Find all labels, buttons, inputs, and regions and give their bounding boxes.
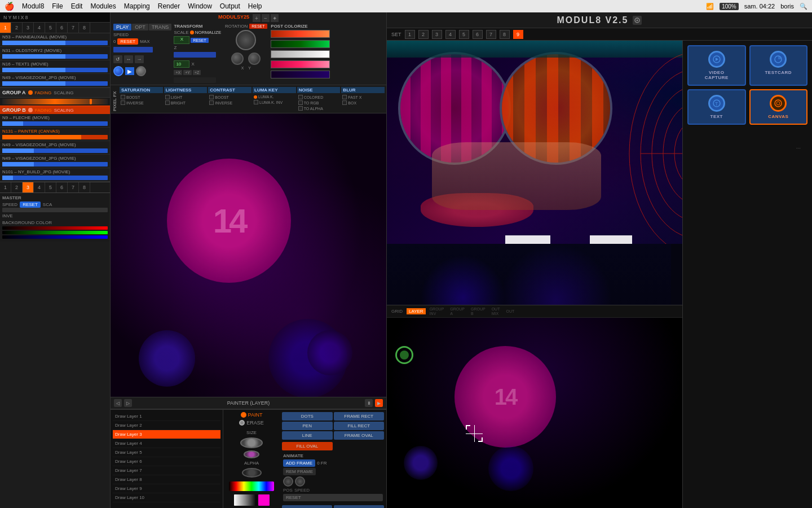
btab-6[interactable]: 6 [56, 182, 68, 192]
bw-palette[interactable] [234, 494, 257, 506]
rotation-z-reset[interactable]: RESET [249, 24, 267, 29]
colorize-bar-2[interactable] [271, 40, 330, 48]
play-knob[interactable] [113, 66, 123, 76]
alpha-knob[interactable] [242, 468, 262, 478]
bounce-btn[interactable]: ↔ [124, 55, 133, 63]
menu-search-icon[interactable]: 🔍 [800, 3, 807, 10]
tab-5[interactable]: 5 [45, 23, 56, 33]
scale-reset-btn[interactable]: RESET [191, 38, 208, 43]
layer-n53[interactable]: N53 – PANNEAUXALL (MOVIE) [0, 33, 110, 47]
light-check[interactable] [165, 95, 170, 99]
tab-2[interactable]: 2 [11, 23, 23, 33]
testcard-btn[interactable]: TESTCARD [749, 45, 808, 86]
paint-radio[interactable] [241, 412, 246, 418]
rem-frame-btn[interactable]: REM FRAME [283, 468, 316, 475]
pen-btn[interactable]: PEN [282, 422, 333, 430]
btab-5[interactable]: 5 [45, 182, 56, 192]
layer-n9[interactable]: N9 – FLECHE (MOVIE) [0, 114, 110, 128]
fading-label-a[interactable]: FADING [35, 90, 52, 95]
menu-output[interactable]: Output [220, 2, 240, 10]
group-a-slider[interactable] [2, 99, 108, 104]
noise-colored-check[interactable] [298, 95, 303, 99]
ltab-out[interactable]: OUT [504, 309, 517, 314]
btab-3[interactable]: 3 [23, 182, 34, 192]
fading-label-b[interactable]: FADING [35, 108, 52, 113]
prev-btn[interactable]: ◁ [114, 399, 122, 407]
menu-wifi-icon[interactable]: 📶 [706, 3, 714, 10]
rotation-knob[interactable] [236, 30, 256, 50]
tab-1[interactable]: 1 [0, 23, 11, 33]
menu-modul8[interactable]: Modul8 [22, 2, 44, 10]
speed-knob[interactable] [295, 476, 305, 487]
bg-red-slider[interactable] [2, 226, 108, 230]
speed-reset-btn[interactable]: RESET [117, 38, 138, 45]
knob-b[interactable] [136, 66, 146, 76]
ltab-grid[interactable]: GRID [389, 308, 405, 314]
menu-modules[interactable]: Modules [90, 2, 116, 10]
tab-4[interactable]: 4 [34, 23, 45, 33]
draw-layer-9[interactable]: Draw Layer 9 [113, 484, 220, 493]
canvas-btn[interactable]: CANVAS [749, 89, 808, 125]
colorize-bar-1[interactable] [271, 30, 330, 38]
paint-color-dot[interactable] [244, 450, 259, 458]
pause-btn[interactable]: ⏸ [365, 399, 373, 407]
master-reset-btn[interactable]: RESET [20, 202, 41, 208]
set-2[interactable]: 2 [418, 30, 429, 39]
settings-icon[interactable] [633, 16, 642, 25]
colorize-bar-5[interactable] [271, 71, 330, 78]
cont-boost-check[interactable] [209, 95, 214, 99]
erase-radio[interactable] [239, 420, 245, 426]
layer-n131[interactable]: N131 – PAINTER (CANVAS) [0, 128, 110, 141]
play-btn[interactable]: ▶ [125, 67, 134, 75]
frame-oval-btn[interactable]: FRAME OVAL [334, 431, 385, 440]
size-knob[interactable] [240, 437, 263, 448]
set-3[interactable]: 3 [432, 30, 442, 39]
btab-1[interactable]: 1 [0, 182, 11, 192]
luma-inv-check[interactable] [254, 100, 258, 104]
dots-btn[interactable]: DOTS [282, 412, 333, 421]
layer-n49a[interactable]: N49 – VISAGEZOOM_JPG (MOVIE) [0, 74, 110, 87]
frame-rect-btn[interactable]: FRAME RECT [334, 412, 385, 421]
speed-slider[interactable] [113, 47, 153, 52]
video-capture-btn[interactable]: VIDEOCAPTURE [687, 45, 746, 86]
clear-layer-btn[interactable]: CLEAR LAYER [282, 505, 332, 508]
ltab-group-a[interactable]: GROUPA [448, 306, 467, 316]
menu-render[interactable]: Render [158, 2, 180, 10]
draw-layer-7[interactable]: Draw Layer 7 [113, 466, 220, 475]
anim-reset-btn[interactable]: RESET [283, 494, 383, 501]
menu-edit[interactable]: Edit [71, 2, 83, 10]
tab-7[interactable]: 7 [68, 23, 79, 33]
scaling-label-a[interactable]: SCALING [54, 90, 73, 95]
tab-trans[interactable]: TRANS [149, 24, 172, 30]
pos-knob[interactable] [283, 476, 293, 487]
bg-blue-slider[interactable] [2, 235, 108, 239]
btab-4[interactable]: 4 [34, 182, 45, 192]
step-btn[interactable]: → [135, 55, 144, 63]
scaling-label-b[interactable]: SCALING [54, 108, 74, 113]
set-8[interactable]: 8 [500, 30, 510, 39]
line-btn[interactable]: LINE [282, 431, 333, 440]
blur-fast-check[interactable] [342, 95, 347, 99]
fill-oval-btn[interactable]: FILL OVAL [282, 442, 333, 450]
btab-7[interactable]: 7 [68, 182, 79, 192]
scale-x-input[interactable]: X [174, 36, 189, 44]
bg-green-slider[interactable] [2, 231, 108, 234]
layer-n16[interactable]: N16 – TEXT1 (MOVIE) [0, 60, 110, 74]
menu-help[interactable]: Help [248, 2, 262, 10]
color-palette[interactable] [229, 481, 274, 491]
clear-all-btn[interactable]: CLEAR ALL [334, 505, 384, 508]
rot-x-knob[interactable] [231, 52, 244, 65]
layer-n101[interactable]: N101 – NY_BUILD_JPG (MOVIE) [0, 168, 110, 182]
noise-rgb-check[interactable] [298, 100, 303, 105]
set-6[interactable]: 6 [473, 30, 483, 39]
sat-boost-check[interactable] [121, 95, 125, 99]
ltab-group-b[interactable]: GROUPB [469, 306, 488, 316]
sat-inv-check[interactable] [121, 100, 125, 105]
apple-menu[interactable]: 🍎 [5, 2, 14, 11]
noise-alpha-check[interactable] [298, 106, 303, 111]
loop-btn[interactable]: ↺ [113, 55, 122, 63]
pos-y-btn[interactable]: +Y [183, 70, 192, 75]
btab-8[interactable]: 8 [79, 182, 90, 192]
next-btn[interactable]: ▷ [124, 399, 132, 407]
set-1[interactable]: 1 [405, 30, 415, 39]
